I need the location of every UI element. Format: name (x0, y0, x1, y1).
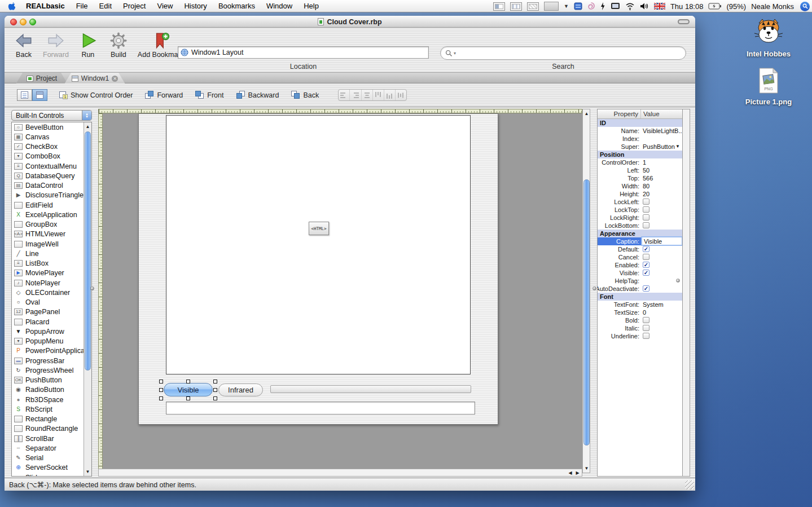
prop-row-bold[interactable]: Bold: (598, 316, 682, 324)
control-item-serial[interactable]: ✎Serial (12, 453, 84, 463)
control-item-listbox[interactable]: ≡ListBox (12, 259, 84, 268)
layout-view-button[interactable] (32, 89, 47, 101)
underline-checkbox[interactable] (643, 333, 649, 339)
search-caret-icon[interactable]: ▾ (454, 51, 456, 56)
location-field[interactable]: Window1 Layout (178, 46, 429, 59)
control-item-datacontrol[interactable]: ▤DataControl (12, 181, 84, 191)
align-icon-4[interactable] (373, 90, 384, 100)
forward-button[interactable]: Forward (43, 30, 69, 59)
prop-row-controlorder[interactable]: ControlOrder:1 (598, 158, 682, 166)
editor-scroll-thumb[interactable] (583, 179, 590, 446)
desktop-icon-intel-hobbes[interactable]: Intel Hobbes (735, 19, 802, 58)
lightning-menu-icon[interactable] (600, 2, 605, 11)
classic-menu-icon[interactable] (574, 2, 582, 11)
prop-row-autodeactivate[interactable]: AutoDeactivate:✓ (598, 285, 682, 293)
control-item-pagepanel[interactable]: 12PagePanel (12, 307, 84, 317)
prop-row-index[interactable]: Index: (598, 135, 682, 143)
control-item-separator[interactable]: ┄Separator (12, 443, 84, 453)
tab-window1[interactable]: Window1 ✕ (64, 73, 125, 84)
control-item-contextualmenu[interactable]: ≡ContextualMenu (12, 161, 84, 171)
control-item-rbscript[interactable]: SRbScript (12, 404, 84, 414)
control-item-progressbar[interactable]: ▬ProgressBar (12, 356, 84, 365)
window-arrange-icon-2[interactable] (510, 2, 522, 11)
prop-row-default[interactable]: Default:✓ (598, 245, 682, 253)
run-button[interactable]: Run (77, 30, 99, 59)
uk-flag-icon[interactable] (654, 3, 665, 10)
control-item-roundrectangle[interactable]: RoundRectangle (12, 424, 84, 434)
control-item-htmlviewer[interactable]: <A>HTMLViewer (12, 230, 84, 239)
battery-icon[interactable] (708, 3, 721, 10)
prop-row-cancel[interactable]: Cancel: (598, 253, 682, 261)
control-item-popuparrow[interactable]: ▼PopupArrow (12, 327, 84, 336)
wifi-menu-icon[interactable] (625, 3, 635, 10)
control-item-groupbox[interactable]: GroupBox (12, 220, 84, 230)
progressbar-control[interactable] (270, 385, 471, 393)
prop-row-helptag[interactable]: HelpTag: (598, 277, 682, 285)
control-item-excelapplication[interactable]: XExcelApplication (12, 210, 84, 219)
arrange-show-control-order-button[interactable]: 1Show Control Order (59, 91, 133, 99)
control-item-olecontainer[interactable]: ◇OLEContainer (12, 288, 84, 297)
spotlight-icon[interactable] (800, 2, 810, 11)
swirl-menu-icon[interactable] (587, 2, 595, 11)
arrange-front-button[interactable]: Front (195, 91, 223, 99)
editor-horizontal-scrollbar[interactable]: ◀ ▶ (98, 469, 582, 477)
infrared-pushbutton[interactable]: Infrared (218, 383, 263, 396)
designed-window-form[interactable]: <HTML> Visible Infrared (138, 113, 498, 425)
prop-row-name[interactable]: Name:VisibleLightB... (598, 127, 682, 135)
menu-clock[interactable]: Thu 18:08 (670, 2, 704, 11)
menu-bookmarks[interactable]: Bookmarks (213, 0, 261, 12)
control-item-rectangle[interactable]: Rectangle (12, 415, 84, 424)
align-icon-1[interactable] (339, 90, 350, 100)
control-item-line[interactable]: ╱Line (12, 249, 84, 258)
controls-category-popup[interactable]: Built-In Controls ▲▼ (11, 110, 92, 121)
blank-menu-extra-icon[interactable] (544, 2, 559, 11)
control-item-imagewell[interactable]: ImageWell (12, 239, 84, 249)
caption-edit-field[interactable]: Visible (642, 237, 682, 245)
prop-row-underline[interactable]: Underline: (598, 332, 682, 340)
align-icon-5[interactable] (384, 90, 396, 100)
control-item-radiobutton[interactable]: ◉RadioButton (12, 385, 84, 395)
search-input[interactable]: ▾ (440, 46, 686, 60)
prop-row-lockbottom[interactable]: LockBottom: (598, 222, 682, 230)
apple-menu[interactable] (0, 2, 20, 11)
htmlviewer-control[interactable]: <HTML> (166, 115, 471, 374)
scroll-right-icon[interactable]: ▶ (574, 469, 581, 477)
prop-row-caption[interactable]: Caption:Visible (598, 237, 682, 245)
menu-user-name[interactable]: Neale Monks (751, 2, 794, 11)
control-item-slider[interactable]: ▭Slider (12, 473, 84, 477)
scroll-up-icon[interactable]: ▲ (84, 123, 91, 130)
value-column-header[interactable]: Value (643, 111, 660, 117)
bold-checkbox[interactable] (643, 317, 649, 323)
prop-row-height[interactable]: Height:20 (598, 190, 682, 198)
menu-view[interactable]: View (151, 0, 178, 12)
prop-row-super[interactable]: Super:PushButton▼ (598, 143, 682, 151)
volume-menu-icon[interactable] (640, 2, 649, 10)
control-item-editfield[interactable]: EditField (12, 200, 84, 210)
control-item-oval[interactable]: ○Oval (12, 298, 84, 307)
tab-close-icon[interactable]: ✕ (112, 76, 118, 82)
control-item-movieplayer[interactable]: ▶MoviePlayer (12, 268, 84, 278)
menu-edit[interactable]: Edit (94, 0, 117, 12)
prop-row-lockright[interactable]: LockRight: (598, 214, 682, 222)
prop-row-textfont[interactable]: TextFont:System (598, 301, 682, 308)
control-item-disclosuretriangle[interactable]: ▶DisclosureTriangle (12, 191, 84, 200)
scroll-down-icon[interactable]: ▼ (583, 465, 590, 472)
autodeactivate-checkbox[interactable]: ✓ (643, 285, 649, 292)
prop-row-italic[interactable]: Italic: (598, 324, 682, 332)
align-icon-3[interactable] (362, 90, 373, 100)
menu-project[interactable]: Project (117, 0, 151, 12)
left-splitter-handle[interactable] (90, 286, 94, 290)
property-column-header[interactable]: Property (614, 111, 638, 117)
control-item-combobox[interactable]: ▾ComboBox (12, 152, 84, 161)
desktop-icon-picture[interactable]: PNG Picture 1.png (735, 68, 802, 106)
lockbottom-checkbox[interactable] (643, 222, 649, 228)
control-item-noteplayer[interactable]: ♪NotePlayer (12, 278, 84, 288)
tab-project[interactable]: Project (16, 73, 68, 84)
prop-row-width[interactable]: Width:80 (598, 182, 682, 190)
arrange-forward-button[interactable]: Forward (145, 91, 183, 99)
align-icon-2[interactable] (350, 90, 361, 100)
properties-scroll-strip[interactable] (683, 109, 690, 477)
cancel-checkbox[interactable] (643, 254, 649, 260)
prop-row-top[interactable]: Top:566 (598, 174, 682, 182)
control-item-popupmenu[interactable]: ▾PopupMenu (12, 337, 84, 346)
